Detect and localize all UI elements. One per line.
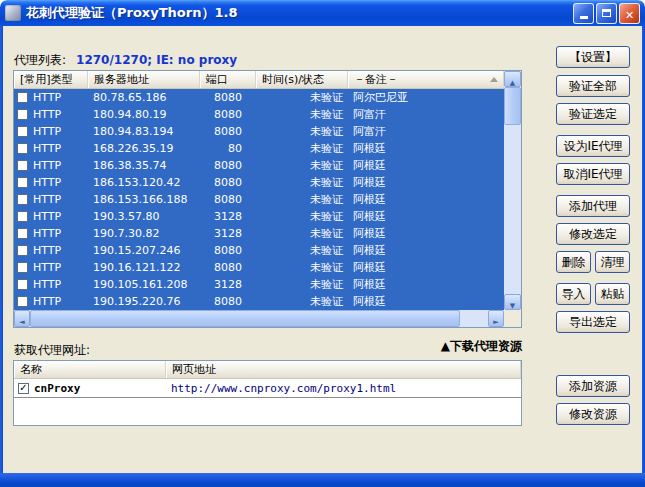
add-resource-button[interactable]: 添加资源 <box>556 375 630 397</box>
paste-button[interactable]: 粘贴 <box>595 283 630 305</box>
table-row[interactable]: HTTP190.105.161.2083128未验证阿根廷 <box>14 276 504 293</box>
scroll-right-button[interactable] <box>488 310 504 327</box>
verify-all-button[interactable]: 验证全部 <box>556 75 630 97</box>
set-ie-proxy-button[interactable]: 设为IE代理 <box>556 135 630 157</box>
proxy-note: 阿根廷 <box>348 242 504 259</box>
table-row[interactable]: HTTP190.195.220.768080未验证阿根廷 <box>14 293 504 310</box>
proxy-port: 80 <box>200 140 256 157</box>
table-row[interactable]: HTTP190.15.207.2468080未验证阿根廷 <box>14 242 504 259</box>
download-resources-button[interactable]: ▲下载代理资源 <box>389 337 522 355</box>
arrow-right-icon <box>493 309 498 328</box>
proxy-status: 未验证 <box>256 191 348 208</box>
settings-button[interactable]: 【设置】 <box>556 46 630 68</box>
proxy-table-body: HTTP80.78.65.1868080未验证阿尔巴尼亚HTTP180.94.8… <box>14 89 504 310</box>
row-checkbox[interactable] <box>17 126 28 137</box>
resource-table-body: cnProxyhttp://www.cnproxy.com/proxy1.htm… <box>14 379 521 398</box>
scroll-down-button[interactable] <box>504 294 521 310</box>
import-button[interactable]: 导入 <box>556 283 591 305</box>
row-checkbox[interactable] <box>17 211 28 222</box>
row-checkbox[interactable] <box>17 228 28 239</box>
vertical-scrollbar[interactable] <box>504 71 521 310</box>
row-checkbox[interactable] <box>17 143 28 154</box>
column-header-status[interactable]: 时间(s)/状态 <box>256 71 348 88</box>
proxy-type-cell: HTTP <box>14 242 88 259</box>
resource-row[interactable]: cnProxyhttp://www.cnproxy.com/proxy1.htm… <box>14 379 521 398</box>
row-checkbox[interactable] <box>17 109 28 120</box>
horizontal-scrollbar[interactable] <box>14 310 504 327</box>
proxy-list-label: 代理列表: <box>14 52 66 69</box>
proxy-type-cell: HTTP <box>14 208 88 225</box>
vertical-scroll-thumb[interactable] <box>504 87 521 125</box>
export-selected-button[interactable]: 导出选定 <box>556 311 630 333</box>
proxy-type-cell: HTTP <box>14 276 88 293</box>
column-header-port[interactable]: 端口 <box>200 71 256 88</box>
proxy-port: 8080 <box>200 242 256 259</box>
row-checkbox[interactable] <box>17 92 28 103</box>
scroll-up-button[interactable] <box>504 71 521 87</box>
table-row[interactable]: HTTP190.16.121.1228080未验证阿根廷 <box>14 259 504 276</box>
maximize-button[interactable] <box>596 3 617 24</box>
table-row[interactable]: HTTP190.7.30.823128未验证阿根廷 <box>14 225 504 242</box>
column-header-name[interactable]: 名称 <box>14 361 166 378</box>
scrollbar-corner <box>504 310 521 327</box>
proxy-note: 阿根廷 <box>348 276 504 293</box>
proxy-type: HTTP <box>33 295 61 308</box>
edit-resource-button[interactable]: 修改资源 <box>556 403 630 425</box>
column-header-address[interactable]: 服务器地址 <box>88 71 200 88</box>
sort-indicator-icon <box>490 77 498 82</box>
proxy-note: 阿根廷 <box>348 174 504 191</box>
proxy-address: 190.15.207.246 <box>88 242 200 259</box>
app-icon <box>5 5 21 21</box>
resource-name-cell: cnProxy <box>14 382 166 395</box>
row-checkbox[interactable] <box>17 296 28 307</box>
scroll-left-button[interactable] <box>14 310 30 327</box>
proxy-address: 190.195.220.76 <box>88 293 200 310</box>
titlebar[interactable]: 花刺代理验证（ProxyThorn）1.8 <box>0 0 645 26</box>
minimize-button[interactable] <box>573 3 594 24</box>
table-row[interactable]: HTTP186.153.120.428080未验证阿根廷 <box>14 174 504 191</box>
proxy-type-cell: HTTP <box>14 293 88 310</box>
table-row[interactable]: HTTP80.78.65.1868080未验证阿尔巴尼亚 <box>14 89 504 106</box>
proxy-type-cell: HTTP <box>14 157 88 174</box>
clean-button[interactable]: 清理 <box>595 251 630 273</box>
proxy-status: 未验证 <box>256 276 348 293</box>
proxy-note: 阿根廷 <box>348 140 504 157</box>
table-row[interactable]: HTTP168.226.35.1980未验证阿根廷 <box>14 140 504 157</box>
table-row[interactable]: HTTP190.3.57.803128未验证阿根廷 <box>14 208 504 225</box>
proxy-port: 3128 <box>200 208 256 225</box>
proxy-type: HTTP <box>33 91 61 104</box>
table-row[interactable]: HTTP186.153.166.1888080未验证阿根廷 <box>14 191 504 208</box>
row-checkbox[interactable] <box>17 194 28 205</box>
row-checkbox[interactable] <box>17 245 28 256</box>
proxy-port: 8080 <box>200 191 256 208</box>
add-proxy-button[interactable]: 添加代理 <box>556 195 630 217</box>
cancel-ie-proxy-button[interactable]: 取消IE代理 <box>556 163 630 185</box>
table-row[interactable]: HTTP180.94.83.1948080未验证阿富汗 <box>14 123 504 140</box>
column-header-url[interactable]: 网页地址 <box>166 361 521 378</box>
proxy-type: HTTP <box>33 227 61 240</box>
delete-button[interactable]: 删除 <box>556 251 591 273</box>
proxy-note: 阿根廷 <box>348 293 504 310</box>
proxy-status: 未验证 <box>256 242 348 259</box>
horizontal-scroll-thumb[interactable] <box>30 310 460 327</box>
edit-selected-button[interactable]: 修改选定 <box>556 223 630 245</box>
close-button[interactable] <box>619 3 640 24</box>
row-checkbox[interactable] <box>17 279 28 290</box>
row-checkbox[interactable] <box>17 262 28 273</box>
arrow-up-icon <box>510 70 515 89</box>
proxy-type: HTTP <box>33 210 61 223</box>
row-checkbox[interactable] <box>17 160 28 171</box>
table-row[interactable]: HTTP180.94.80.198080未验证阿富汗 <box>14 106 504 123</box>
column-header-note[interactable]: －备注－ <box>348 71 504 88</box>
proxy-type-cell: HTTP <box>14 106 88 123</box>
column-header-type[interactable]: [常用]类型 <box>14 71 88 88</box>
proxy-address: 190.3.57.80 <box>88 208 200 225</box>
resource-checkbox[interactable] <box>18 383 29 394</box>
verify-selected-button[interactable]: 验证选定 <box>556 103 630 125</box>
proxy-status: 未验证 <box>256 157 348 174</box>
row-checkbox[interactable] <box>17 177 28 188</box>
proxy-note: 阿根廷 <box>348 208 504 225</box>
table-row[interactable]: HTTP186.38.35.748080未验证阿根廷 <box>14 157 504 174</box>
proxy-type: HTTP <box>33 108 61 121</box>
window-bottom-border <box>0 473 645 487</box>
